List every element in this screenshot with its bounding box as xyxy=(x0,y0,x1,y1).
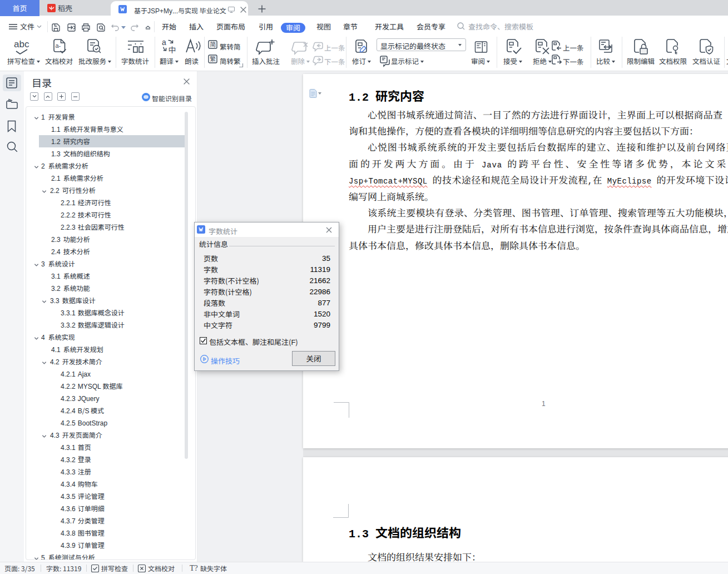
svg-text:中: 中 xyxy=(169,44,176,55)
svg-text:繁: 繁 xyxy=(210,54,216,63)
svg-text:简: 简 xyxy=(210,39,216,48)
svg-text:a-: a- xyxy=(56,42,61,49)
svg-text:a: a xyxy=(162,38,166,47)
